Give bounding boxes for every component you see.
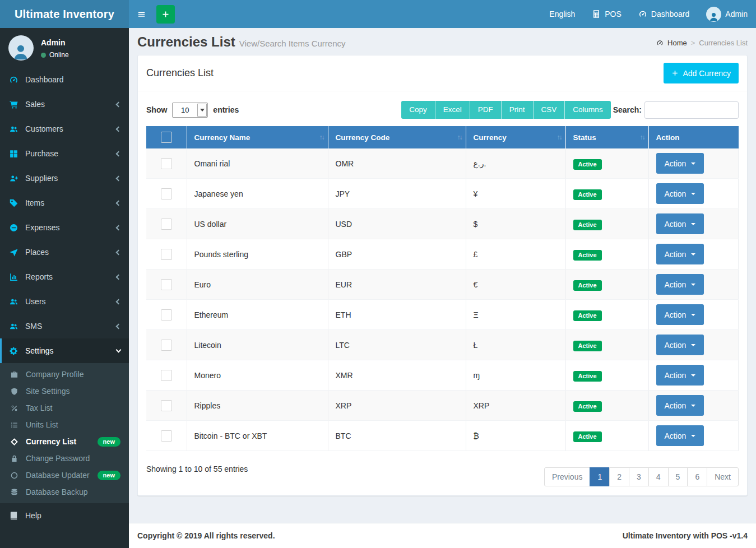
pagination-next[interactable]: Next [707, 467, 739, 486]
currency-symbol-cell: Ξ [466, 300, 565, 330]
action-dropdown-button[interactable]: Action [656, 425, 704, 446]
sidebar-item-reports[interactable]: Reports [0, 264, 129, 289]
row-checkbox[interactable] [161, 370, 172, 381]
search-input[interactable] [644, 101, 739, 119]
row-checkbox[interactable] [161, 188, 172, 199]
caret-down-icon [691, 344, 695, 346]
nav-language[interactable]: English [541, 0, 583, 28]
export-columns-button[interactable]: Columns [564, 101, 610, 119]
sidebar-item-dashboard[interactable]: Dashboard [0, 67, 129, 92]
pagination-page-4[interactable]: 4 [648, 467, 669, 486]
sidebar-item-users[interactable]: Users [0, 289, 129, 314]
breadcrumb-current: Currencies List [699, 39, 748, 47]
submenu-item-site-settings[interactable]: Site Settings [0, 383, 129, 400]
panel-title: Currencies List [146, 67, 214, 79]
column-header-action: Action [648, 126, 739, 148]
briefcase-icon [10, 370, 19, 379]
caret-down-icon [691, 223, 695, 225]
column-header-currency-code[interactable]: Currency Code↑↓ [328, 126, 466, 148]
submenu-item-company-profile[interactable]: Company Profile [0, 366, 129, 383]
currency-symbol-cell: € [466, 270, 565, 300]
column-header-currency[interactable]: Currency↑↓ [466, 126, 565, 148]
submenu-item-database-updater[interactable]: Database Updaternew [0, 467, 129, 484]
sidebar-item-expenses[interactable]: Expenses [0, 215, 129, 240]
sidebar-item-sales[interactable]: Sales [0, 92, 129, 117]
sidebar-toggle-button[interactable] [129, 0, 154, 28]
pagination-page-1[interactable]: 1 [590, 467, 610, 486]
action-dropdown-button[interactable]: Action [656, 153, 704, 174]
cart-icon [8, 100, 18, 109]
sidebar-item-help[interactable]: Help [0, 503, 129, 528]
add-currency-button[interactable]: Add Currency [664, 63, 739, 83]
row-checkbox[interactable] [161, 400, 172, 411]
pagination-page-5[interactable]: 5 [668, 467, 688, 486]
checkbox-cell [146, 270, 187, 300]
sidebar-item-sms[interactable]: SMS [0, 314, 129, 338]
currency-name-cell: Ethereum [187, 300, 328, 330]
currency-code-cell: LTC [328, 330, 466, 360]
action-dropdown-button[interactable]: Action [656, 304, 704, 325]
action-dropdown-button[interactable]: Action [656, 244, 704, 264]
action-cell: Action [648, 421, 739, 451]
version-text: Ultimate Inventory with POS -v1.4 [623, 531, 748, 540]
tags-icon [8, 198, 18, 208]
row-checkbox[interactable] [161, 279, 172, 290]
caret-down-icon [691, 405, 695, 407]
action-dropdown-button[interactable]: Action [656, 395, 704, 416]
export-excel-button[interactable]: Excel [435, 101, 470, 119]
pagination-page-6[interactable]: 6 [687, 467, 707, 486]
sidebar-item-customers[interactable]: Customers [0, 117, 129, 141]
pagination-previous[interactable]: Previous [544, 467, 590, 486]
column-header-currency-name[interactable]: Currency Name↑↓ [187, 126, 328, 148]
nav-pos[interactable]: POS [583, 0, 630, 28]
sidebar-item-purchase[interactable]: Purchase [0, 141, 129, 166]
action-dropdown-button[interactable]: Action [656, 274, 704, 295]
submenu-item-units-list[interactable]: Units List [0, 416, 129, 433]
submenu-item-currency-list[interactable]: Currency Listnew [0, 433, 129, 450]
chevron-down-icon [197, 104, 207, 117]
action-dropdown-button[interactable]: Action [656, 213, 704, 234]
row-checkbox[interactable] [161, 309, 172, 321]
export-print-button[interactable]: Print [501, 101, 533, 119]
checkbox-cell [146, 300, 187, 330]
action-dropdown-button[interactable]: Action [656, 183, 704, 204]
entries-select[interactable]: 10 [172, 103, 208, 118]
sidebar-item-settings[interactable]: Settings [0, 338, 129, 363]
row-checkbox[interactable] [161, 219, 172, 230]
column-header-status[interactable]: Status↑↓ [565, 126, 648, 148]
select-all-checkbox[interactable] [161, 132, 172, 143]
submenu-item-database-backup[interactable]: Database Backup [0, 484, 129, 500]
export-csv-button[interactable]: CSV [533, 101, 565, 119]
submenu-item-label: Currency List [26, 437, 76, 446]
export-pdf-button[interactable]: PDF [470, 101, 501, 119]
table-row: MoneroXMRɱActiveAction [146, 360, 739, 391]
sidebar-item-items[interactable]: Items [0, 191, 129, 215]
export-copy-button[interactable]: Copy [401, 101, 435, 119]
action-cell: Action [648, 360, 739, 391]
sidebar-item-places[interactable]: Places [0, 240, 129, 264]
submenu-item-change-password[interactable]: Change Password [0, 450, 129, 467]
brand-logo[interactable]: Ultimate Inventory [0, 0, 129, 28]
nav-dashboard[interactable]: Dashboard [630, 0, 698, 28]
breadcrumb-home[interactable]: Home [667, 39, 687, 47]
row-checkbox[interactable] [161, 158, 172, 169]
quick-add-button[interactable] [156, 5, 175, 24]
action-label: Action [665, 341, 687, 350]
row-checkbox[interactable] [161, 340, 172, 351]
pagination-page-2[interactable]: 2 [609, 467, 629, 486]
percent-icon [10, 404, 19, 412]
panel-body: Show 10 entries CopyExcelPDFPrintCSVColu… [138, 91, 747, 495]
pagination-page-3[interactable]: 3 [629, 467, 649, 486]
brand-title: Ultimate Inventory [15, 8, 114, 21]
action-label: Action [665, 310, 687, 319]
nav-user-menu[interactable]: Admin [698, 0, 756, 28]
user-status[interactable]: Online [41, 51, 69, 59]
action-dropdown-button[interactable]: Action [656, 335, 704, 355]
submenu-item-tax-list[interactable]: Tax List [0, 400, 129, 416]
row-checkbox[interactable] [161, 430, 172, 442]
sidebar-item-suppliers[interactable]: Suppliers [0, 166, 129, 191]
column-header-label: Action [656, 133, 680, 142]
row-checkbox[interactable] [161, 249, 172, 260]
action-dropdown-button[interactable]: Action [656, 365, 704, 386]
action-label: Action [665, 371, 687, 380]
